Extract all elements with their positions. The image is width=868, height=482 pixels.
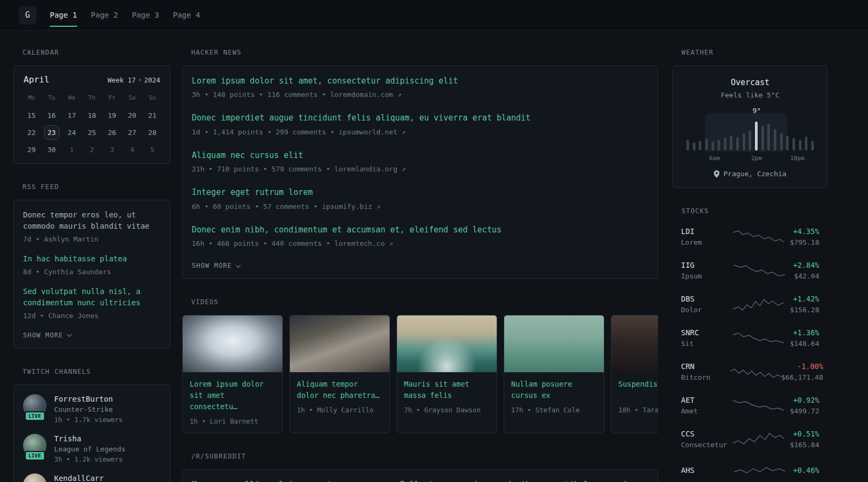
hackernews-item: Donec imperdiet augue tincidunt felis al… bbox=[192, 112, 648, 137]
stock-price: $165.84 bbox=[790, 441, 819, 449]
calendar-day: 21 bbox=[142, 107, 162, 124]
hackernews-item-title[interactable]: Integer eget rutrum lorem bbox=[192, 186, 648, 199]
twitch-channel[interactable]: KendallCarr bbox=[23, 473, 161, 482]
temp-bar-current bbox=[755, 122, 758, 150]
stock-price: $66,171.48 bbox=[781, 373, 823, 381]
tab-page-2[interactable]: Page 2 bbox=[91, 0, 118, 31]
twitch-channel[interactable]: LIVE ForrestBurton Counter-Strike 1h • 1… bbox=[23, 394, 161, 424]
time-axis: 6am 2pm 10pm bbox=[686, 155, 814, 162]
hackernews-item-title[interactable]: Donec imperdiet augue tincidunt felis al… bbox=[192, 112, 648, 124]
channel-name[interactable]: ForrestBurton bbox=[54, 395, 123, 403]
video-meta: 7h • Grayson Dawson bbox=[404, 406, 490, 414]
temp-bar bbox=[693, 142, 695, 150]
rss-item-meta: 8d • Cynthia Saunders bbox=[23, 267, 161, 277]
calendar-grid: Mo Tu We Th Fr Sa Su 15 16 17 18 19 20 2… bbox=[21, 91, 162, 158]
stock-sparkline bbox=[733, 296, 784, 312]
video-title[interactable]: Nullam posuere cursus ex bbox=[511, 379, 597, 401]
video-meta: 17h • Stefan Cole bbox=[511, 406, 597, 414]
video-card: Aliquam tempor dolor nec pharetra… 1h • … bbox=[289, 315, 390, 433]
video-body: Aliquam tempor dolor nec pharetra… 1h • … bbox=[290, 372, 390, 421]
channel-name[interactable]: Trisha bbox=[54, 434, 125, 443]
app-logo[interactable]: G bbox=[19, 6, 36, 24]
temp-bar bbox=[799, 140, 802, 150]
rss-item: Sed volutpat nulla nisl, a condimentum n… bbox=[23, 286, 161, 321]
time-label: 6am bbox=[709, 155, 720, 162]
stock-row[interactable]: AHS +0.46% bbox=[681, 463, 819, 479]
channel-avatar[interactable]: LIVE bbox=[23, 394, 47, 418]
stock-values: +4.35% $795.18 bbox=[790, 227, 819, 246]
stock-symbol: AET bbox=[681, 396, 730, 404]
temp-bar bbox=[767, 124, 770, 150]
rss-item-title[interactable]: Sed volutpat nulla nisl, a condimentum n… bbox=[23, 286, 161, 308]
stock-row[interactable]: CCS Consectetur +0.51% $165.84 bbox=[681, 430, 819, 449]
calendar-widget: CALENDAR April Week 17•2024 Mo Tu We Th … bbox=[13, 49, 170, 164]
stock-name: Consectetur bbox=[681, 441, 730, 449]
twitch-widget-title: TWITCH CHANNELS bbox=[13, 368, 170, 375]
stock-symbol: CRN bbox=[681, 362, 730, 371]
rss-show-more-button[interactable]: SHOW MORE bbox=[23, 330, 71, 339]
calendar-day: 27 bbox=[122, 124, 143, 141]
calendar-day-selected: 23 bbox=[42, 124, 62, 141]
stock-symbol: IIG bbox=[681, 261, 730, 269]
temp-bar bbox=[780, 133, 783, 150]
calendar-dow: Su bbox=[142, 91, 162, 107]
stock-row[interactable]: CRN Bitcorn -1.00% $66,171.48 bbox=[681, 362, 819, 381]
video-thumbnail[interactable] bbox=[397, 315, 497, 372]
stock-name: Bitcorn bbox=[681, 373, 730, 381]
video-body: Mauris sit amet massa felis 7h • Grayson… bbox=[397, 372, 497, 421]
video-thumbnail[interactable] bbox=[611, 315, 658, 372]
videos-widget: VIDEOS Lorem ipsum dolor sit amet consec… bbox=[182, 298, 658, 433]
hackernews-show-more-button[interactable]: SHOW MORE bbox=[192, 261, 240, 269]
stock-symbol: DBS bbox=[681, 295, 730, 303]
stocks-widget: STOCKS LDI Lorem +4.35% $795.18 bbox=[672, 207, 828, 479]
stock-values: +0.51% $165.84 bbox=[790, 430, 819, 449]
temp-bar bbox=[761, 126, 764, 150]
rss-item-meta: 12d • Chance Jones bbox=[23, 311, 161, 321]
video-title[interactable]: Lorem ipsum dolor sit amet consectetu… bbox=[190, 379, 275, 412]
video-thumbnail[interactable] bbox=[183, 315, 282, 372]
stock-symbol: CCS bbox=[681, 430, 730, 438]
video-title[interactable]: Mauris sit amet massa felis bbox=[404, 379, 490, 401]
stock-row[interactable]: AET Amet +0.92% $499.72 bbox=[681, 396, 819, 415]
channel-name[interactable]: KendallCarr bbox=[54, 474, 104, 482]
subreddit-post-title[interactable]: Maecenas mollis pulvinar erat non posuer… bbox=[192, 479, 648, 482]
hackernews-item-title[interactable]: Lorem ipsum dolor sit amet, consectetur … bbox=[192, 75, 648, 87]
channel-game: Counter-Strike bbox=[54, 405, 123, 413]
subreddit-post: Maecenas mollis pulvinar erat non posuer… bbox=[192, 479, 648, 482]
channel-avatar[interactable] bbox=[23, 473, 47, 482]
weather-location-label: Prague, Czechia bbox=[723, 170, 786, 178]
tab-page-1[interactable]: Page 1 bbox=[50, 0, 77, 31]
chevron-down-icon bbox=[66, 332, 72, 337]
stock-row[interactable]: DBS Dolor +1.42% $156.28 bbox=[681, 295, 819, 314]
tab-page-3[interactable]: Page 3 bbox=[132, 0, 159, 31]
stock-sparkline bbox=[734, 262, 785, 278]
hackernews-item-title[interactable]: Aliquam nec cursus elit bbox=[192, 149, 648, 162]
channel-avatar[interactable]: LIVE bbox=[23, 434, 47, 457]
twitch-channel[interactable]: LIVE Trisha League of Legends 3h • 1.2k … bbox=[23, 434, 161, 463]
tab-page-4[interactable]: Page 4 bbox=[173, 0, 200, 31]
hackernews-item-title[interactable]: Donec enim nibh, condimentum et accumsan… bbox=[192, 224, 648, 236]
temp-bar bbox=[705, 139, 708, 150]
current-temp-label: 9° bbox=[753, 107, 761, 115]
hackernews-item: Integer eget rutrum lorem 6h • 60 points… bbox=[192, 186, 648, 211]
stock-values: +0.46% bbox=[793, 466, 819, 477]
stock-row[interactable]: LDI Lorem +4.35% $795.18 bbox=[681, 227, 819, 246]
video-title[interactable]: Suspendisse diam bbox=[618, 379, 658, 401]
stock-change: -1.00% bbox=[781, 362, 823, 371]
rss-item-title[interactable]: Donec tempor eros leo, ut commodo mauris… bbox=[23, 209, 161, 232]
stock-values: +0.92% $499.72 bbox=[790, 396, 819, 415]
stock-row[interactable]: IIG Ipsum +2.84% $42.04 bbox=[681, 261, 819, 280]
middle-column: HACKER NEWS Lorem ipsum dolor sit amet, … bbox=[182, 49, 658, 482]
stock-row[interactable]: SNRC Sit +1.36% $148.64 bbox=[681, 328, 819, 348]
video-thumbnail[interactable] bbox=[290, 315, 390, 372]
stock-change: +1.42% bbox=[790, 295, 819, 303]
video-title[interactable]: Aliquam tempor dolor nec pharetra… bbox=[297, 379, 383, 401]
weather-location: Prague, Czechia bbox=[684, 170, 817, 178]
temp-bar bbox=[811, 141, 814, 150]
video-thumbnail[interactable] bbox=[504, 315, 604, 372]
right-column: WEATHER Overcast Feels like 5°C 9° bbox=[672, 49, 828, 482]
stock-change: +0.51% bbox=[790, 430, 819, 438]
rss-item: In hac habitasse platea 8d • Cynthia Sau… bbox=[23, 253, 161, 277]
hackernews-item-meta: 21h • 710 points • 579 comments • loreml… bbox=[192, 164, 648, 174]
rss-item-title[interactable]: In hac habitasse platea bbox=[23, 253, 161, 265]
